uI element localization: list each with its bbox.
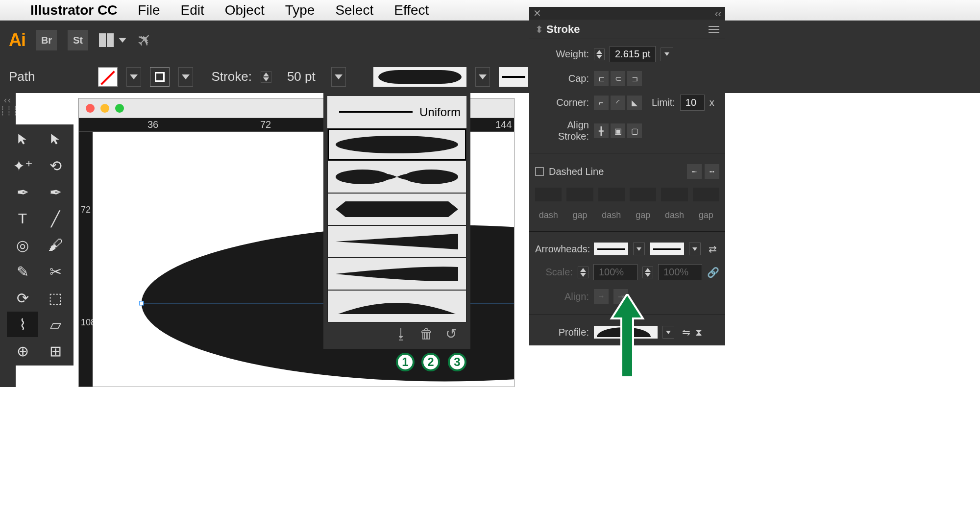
curvature-tool[interactable]: ✒	[40, 179, 71, 205]
cap-projecting-button[interactable]: ⊐	[627, 71, 642, 86]
dashed-line-label: Dashed Line	[549, 166, 604, 177]
lasso-tool[interactable]: ⟲	[40, 153, 71, 178]
menu-select[interactable]: Select	[335, 2, 373, 18]
weight-field[interactable]: 2.615 pt	[610, 46, 656, 62]
arrowhead-end-dropdown[interactable]	[689, 243, 701, 255]
brush-definition-preview[interactable]	[499, 67, 528, 87]
limit-field[interactable]: 10	[680, 95, 705, 111]
fill-swatch[interactable]	[98, 67, 118, 87]
scale-end-spinner	[642, 267, 653, 278]
reset-profiles-icon[interactable]: ↺	[445, 326, 457, 342]
flip-along-icon[interactable]: ⇋	[682, 326, 690, 338]
menu-file[interactable]: File	[138, 2, 160, 18]
gap-field-3[interactable]	[693, 188, 719, 201]
profile-option-width5[interactable]	[327, 258, 466, 290]
rectangle-tool[interactable]: ◎	[7, 232, 38, 258]
panel-tabbar: ⬍ Stroke	[529, 20, 725, 39]
delete-profile-icon[interactable]: 🗑	[420, 326, 434, 342]
scale-tool[interactable]: ⬚	[40, 285, 71, 311]
svg-point-3	[336, 136, 458, 153]
gap-field-2[interactable]	[630, 188, 656, 201]
align-stroke-center-button[interactable]: ╋	[594, 123, 609, 138]
panel-menu-icon[interactable]	[709, 26, 719, 33]
direct-selection-tool[interactable]	[40, 126, 71, 152]
dash-field-2[interactable]	[598, 188, 625, 201]
stroke-weight-label[interactable]: Stroke:	[212, 69, 252, 84]
gpu-performance-icon[interactable]: ✈	[132, 28, 157, 53]
align-stroke-inside-button[interactable]: ▣	[611, 123, 625, 138]
panel-title[interactable]: Stroke	[546, 23, 580, 36]
arrowhead-start-preview[interactable]	[594, 243, 628, 255]
menu-effect[interactable]: Effect	[394, 2, 429, 18]
type-tool[interactable]: T	[7, 206, 38, 231]
shape-builder-tool[interactable]: ⊕	[7, 338, 38, 364]
scale-end-field: 100%	[658, 264, 702, 280]
collapse-panel-icon[interactable]: ‹‹	[715, 8, 721, 19]
arrange-documents-button[interactable]	[99, 33, 126, 47]
width-tool[interactable]: ⌇	[7, 312, 38, 337]
bridge-button[interactable]: Br	[36, 30, 57, 50]
dashed-line-checkbox[interactable]	[535, 167, 544, 176]
stroke-weight-spinner[interactable]	[261, 71, 271, 83]
gap-field-1[interactable]	[566, 188, 593, 201]
variable-width-profile-preview[interactable]	[373, 67, 466, 87]
close-window-button[interactable]	[86, 104, 95, 113]
stroke-weight-value[interactable]: 50 pt	[280, 69, 322, 84]
layout-icon	[99, 33, 114, 47]
variable-width-profile-dropdown[interactable]	[475, 67, 490, 87]
profile-option-uniform[interactable]: Uniform	[327, 96, 466, 128]
corner-round-button[interactable]: ◜	[611, 96, 625, 110]
profile-option-width6[interactable]	[327, 290, 466, 322]
flip-across-icon[interactable]: ⧗	[695, 327, 702, 338]
save-profile-icon[interactable]: ⭳	[394, 326, 408, 342]
align-stroke-outside-button[interactable]: ▢	[627, 123, 642, 138]
profile-dropdown[interactable]	[662, 326, 674, 339]
corner-bevel-button[interactable]: ◣	[627, 96, 642, 110]
corner-miter-button[interactable]: ⌐	[594, 96, 609, 110]
zoom-window-button[interactable]	[115, 104, 124, 113]
profile-option-width2[interactable]	[327, 161, 466, 193]
arrowhead-start-dropdown[interactable]	[633, 243, 645, 255]
limit-x-label: x	[710, 97, 714, 108]
arrowhead-end-preview[interactable]	[650, 243, 684, 255]
paintbrush-tool[interactable]: 🖌	[40, 232, 71, 258]
dash-align-button[interactable]: ┅	[705, 164, 719, 179]
weight-dropdown[interactable]	[661, 48, 673, 61]
scissors-tool[interactable]: ✂	[40, 259, 71, 284]
profile-option-width1[interactable]	[327, 128, 466, 161]
cap-butt-button[interactable]: ⊏	[594, 71, 609, 86]
magic-wand-tool[interactable]: ✦⁺	[7, 153, 38, 178]
rotate-tool[interactable]: ⟳	[7, 285, 38, 311]
swap-arrowheads-icon[interactable]: ⇄	[709, 243, 717, 255]
svg-marker-7	[336, 234, 458, 249]
ruler-vertical[interactable]: 72 108	[79, 132, 93, 387]
free-transform-tool[interactable]: ▱	[40, 312, 71, 337]
svg-rect-2	[140, 301, 144, 305]
stroke-dropdown[interactable]	[178, 67, 193, 87]
menu-type[interactable]: Type	[285, 2, 315, 18]
stock-button[interactable]: St	[68, 30, 88, 50]
profile-option-width3[interactable]	[327, 193, 466, 225]
scale-start-field: 100%	[593, 264, 637, 280]
pencil-tool[interactable]: ✎	[7, 259, 38, 284]
menu-edit[interactable]: Edit	[180, 2, 204, 18]
dash-preserve-button[interactable]: ┉	[687, 164, 702, 179]
stroke-swatch[interactable]	[150, 67, 170, 87]
cap-label: Cap:	[535, 73, 589, 84]
stroke-weight-dropdown[interactable]	[331, 67, 346, 87]
menu-object[interactable]: Object	[225, 2, 265, 18]
dash-field-3[interactable]	[661, 188, 687, 201]
dash-gap-fields	[535, 188, 719, 201]
pen-tool[interactable]: ✒	[7, 179, 38, 205]
dash-field-1[interactable]	[535, 188, 562, 201]
profile-option-width4[interactable]	[327, 225, 466, 258]
line-segment-tool[interactable]: ╱	[40, 206, 71, 231]
app-menu[interactable]: Illustrator CC	[30, 2, 117, 18]
perspective-grid-tool[interactable]: ⊞	[40, 338, 71, 364]
fill-dropdown[interactable]	[126, 67, 141, 87]
selection-tool[interactable]	[7, 126, 38, 152]
minimize-window-button[interactable]	[100, 104, 109, 113]
close-panel-icon[interactable]: ✕	[533, 7, 541, 19]
cap-round-button[interactable]: ⊂	[611, 71, 625, 86]
weight-spinner[interactable]	[594, 49, 605, 60]
